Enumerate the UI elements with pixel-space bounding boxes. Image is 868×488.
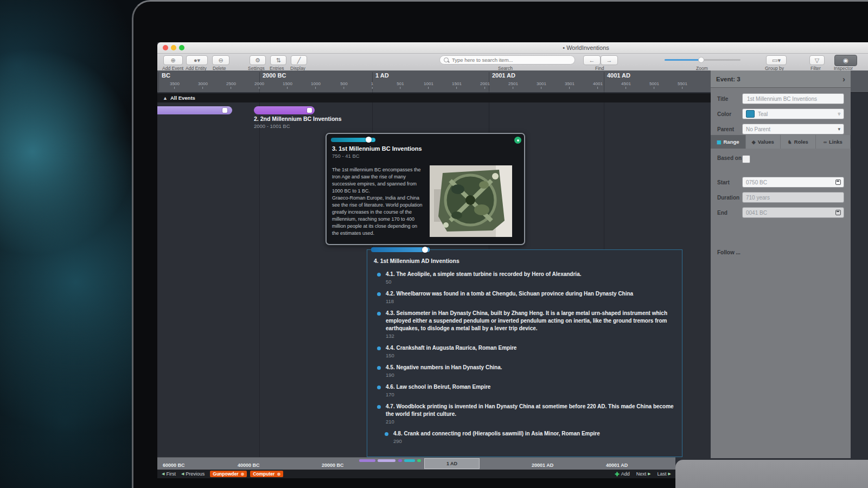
filter-tag-label: Computer: [253, 471, 275, 477]
overview-event-minibar: [378, 459, 395, 462]
end-field[interactable]: 0041 BC: [742, 207, 844, 218]
last-button[interactable]: Last▶: [658, 471, 671, 477]
start-field[interactable]: 0750 BC: [742, 177, 844, 188]
close-button[interactable]: [163, 45, 168, 50]
event-marker[interactable]: [222, 108, 227, 113]
follow-label[interactable]: Follow ...: [717, 249, 741, 255]
filter-tag-computer[interactable]: Computer⊗: [250, 471, 283, 477]
timeline-subevent[interactable]: 4.4. Crankshaft in Augusta Raurica, Roma…: [367, 344, 682, 358]
event-marker[interactable]: [307, 108, 312, 113]
event-bar-2[interactable]: [254, 106, 315, 114]
event-bullet-icon: [377, 366, 381, 370]
search-field[interactable]: [439, 55, 575, 65]
traffic-lights[interactable]: [163, 45, 184, 50]
calendar-icon[interactable]: [835, 210, 841, 215]
title-field[interactable]: [742, 93, 844, 104]
event-4-subevent-list: 4.1. The Aeolipile, a simple steam turbi…: [367, 271, 682, 444]
first-button[interactable]: ◀First: [162, 471, 176, 477]
filter-tag-label: Gunpowder: [213, 471, 238, 477]
add-entity-button[interactable]: ●▾: [186, 55, 208, 65]
search-input[interactable]: [451, 56, 561, 63]
settings-button[interactable]: ⚙: [250, 55, 266, 65]
title-input[interactable]: [746, 95, 840, 102]
timeline-subevent[interactable]: 4.6. Law school in Beirut, Roman Empire1…: [367, 383, 682, 397]
subevent-year: 290: [393, 438, 674, 444]
tab-range[interactable]: ▦Range: [711, 135, 746, 149]
color-select[interactable]: Teal ▿: [742, 108, 844, 119]
tab-label: Links: [829, 139, 843, 145]
photo-background: • WorldInventions ⊕ Add Event ●▾ Add Ent…: [0, 0, 868, 488]
remove-tag-icon[interactable]: ⊗: [241, 472, 245, 477]
ruler-tick-label: 2000: [254, 81, 264, 89]
find-next-button[interactable]: →: [601, 55, 618, 65]
tab-label: Values: [758, 139, 774, 145]
subevent-year: 190: [386, 372, 674, 378]
ruler-tick-label: 1501: [452, 81, 462, 89]
event-bullet-icon: [377, 386, 381, 389]
overview-ruler[interactable]: 1 AD 60000 BC40000 BC20000 BC20001 AD400…: [157, 457, 675, 470]
event-4-group-box[interactable]: 4. 1st Millennium AD Inventions 4.1. The…: [367, 249, 682, 457]
minimize-button[interactable]: [171, 45, 176, 50]
previous-button[interactable]: ◀Previous: [181, 471, 205, 477]
event-4-progress-bar: [371, 247, 430, 252]
delete-button[interactable]: ⊖: [212, 55, 229, 65]
subevent-year: 210: [386, 419, 674, 425]
tab-label: Range: [723, 139, 739, 145]
collapse-panel-chevron-icon[interactable]: ›: [843, 74, 845, 84]
timeline-subevent[interactable]: 4.3. Seismometer in Han Dynasty China, b…: [367, 310, 682, 339]
overview-tick-label: 20000 BC: [322, 463, 344, 468]
color-swatch: [746, 110, 755, 118]
ruler-tick-label: 1001: [424, 81, 433, 89]
timeline-subevent[interactable]: 4.8. Crank and connecting rod (Hierapoli…: [367, 430, 682, 444]
ruler-era-label: 1 AD: [372, 72, 389, 92]
timeline-subevent[interactable]: 4.1. The Aeolipile, a simple steam turbi…: [367, 271, 682, 285]
next-button[interactable]: Next▶: [636, 471, 651, 477]
tab-links[interactable]: ∞Links: [816, 135, 851, 149]
last-icon: ▶: [668, 472, 671, 476]
calendar-icon[interactable]: [835, 179, 841, 185]
add-bookmark-button[interactable]: ✚Add: [615, 471, 629, 477]
filter-button[interactable]: ▽: [809, 55, 825, 65]
duration-field[interactable]: 710 years: [742, 192, 844, 203]
subevent-year: 118: [386, 298, 674, 304]
find-previous-button[interactable]: ←: [583, 55, 601, 65]
timeline-subevent[interactable]: 4.5. Negative numbers in Han Dynasty Chi…: [367, 364, 682, 378]
subevent-text: 4.6. Law school in Beirut, Roman Empire: [386, 383, 674, 391]
filter-tag-gunpowder[interactable]: Gunpowder⊗: [210, 471, 247, 477]
entries-button[interactable]: ⇅: [270, 55, 286, 65]
add-event-button[interactable]: ⊕: [163, 55, 183, 65]
ruler-tick-label: 5501: [678, 81, 687, 89]
zoom-slider-knob[interactable]: [698, 57, 704, 63]
timeline-subevent[interactable]: 4.2. Wheelbarrow was found in a tomb at …: [367, 290, 682, 304]
timeline-subevent[interactable]: 4.7. Woodblock printing is invented in H…: [367, 403, 682, 425]
tab-values[interactable]: ◆Values: [746, 135, 781, 149]
event-bullet-icon: [377, 292, 381, 296]
fullscreen-button[interactable]: [179, 45, 184, 50]
tab-roles[interactable]: ♞Roles: [781, 135, 816, 149]
based-on-checkbox[interactable]: [742, 155, 750, 163]
overview-tick-label: 20001 AD: [532, 463, 553, 468]
event-4-progress-knob[interactable]: [422, 247, 428, 253]
link-badge-icon[interactable]: [514, 137, 521, 144]
event-3-progress-knob[interactable]: [366, 137, 372, 143]
overview-event-minibar: [398, 459, 402, 462]
all-events-group-header[interactable]: ▲ All Events: [157, 93, 711, 102]
group-by-button[interactable]: ▭▾: [766, 55, 787, 65]
subevent-year: 132: [386, 333, 674, 339]
overview-tick-label: 60000 BC: [163, 463, 185, 468]
event-bar-1[interactable]: [157, 106, 232, 114]
display-button[interactable]: ╱: [291, 55, 307, 65]
subevent-text: 4.7. Woodblock printing is invented in H…: [386, 403, 674, 418]
era-gridline: [259, 92, 260, 457]
subevent-text: 4.3. Seismometer in Han Dynasty China, b…: [386, 310, 674, 332]
parent-select[interactable]: No Parent ▾: [742, 124, 844, 134]
toolbar: ⊕ Add Event ●▾ Add Entity ⊖ Delete ⚙ Set…: [157, 54, 868, 71]
inspector-button[interactable]: ◉: [834, 55, 857, 66]
event-3-card[interactable]: 3. 1st Millennium BC Inventions 750 - 41…: [326, 133, 525, 245]
remove-tag-icon[interactable]: ⊗: [277, 472, 280, 477]
timeline-canvas[interactable]: ▲ All Events 2. 2nd Millennium BC Invent…: [157, 92, 711, 457]
start-row: Start 0750 BC: [711, 177, 851, 188]
zoom-slider[interactable]: [665, 59, 741, 61]
plus-icon: ✚: [615, 471, 619, 477]
viewport-selection-box[interactable]: 1 AD: [424, 458, 480, 469]
